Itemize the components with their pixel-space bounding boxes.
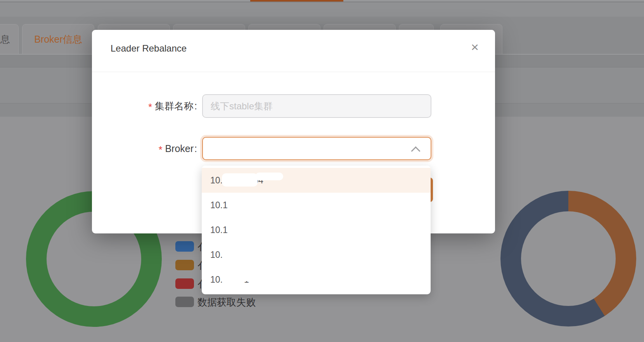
broker-dropdown: 10. .164 10.1 10.1 4 10. ) 10. 1 — [202, 166, 431, 294]
cluster-name-input[interactable] — [202, 94, 431, 118]
dropdown-option-2[interactable]: 10.1 — [202, 193, 431, 218]
legend-swatch-blue — [175, 241, 194, 252]
cluster-name-label: * 集群名称 : — [92, 94, 197, 118]
redaction-blob — [240, 198, 280, 211]
legend-label-fragment: 亻 — [197, 259, 202, 271]
label-colon: : — [194, 143, 197, 154]
legend-label-fragment: 亻 — [197, 241, 202, 252]
close-button[interactable]: × — [466, 38, 483, 55]
legend-swatch-grey — [175, 297, 194, 307]
legend-swatch-brown — [175, 260, 194, 270]
tab-label: 息 — [0, 33, 10, 46]
label-text: 集群名称 — [155, 100, 194, 112]
redaction-blob — [225, 272, 266, 281]
chevron-up-icon[interactable] — [411, 146, 420, 155]
legend-swatch-red — [175, 278, 194, 289]
page: 息 Broker信息 亻 亻 亻 数据获取失败 Leader Rebalance… — [0, 0, 644, 342]
option-text: 10. — [210, 275, 223, 285]
dropdown-option-3[interactable]: 10.1 4 — [202, 218, 431, 242]
broker-select[interactable] — [202, 137, 431, 160]
page-band — [0, 2, 644, 17]
label-text: Broker — [165, 143, 194, 154]
required-asterisk: * — [148, 99, 152, 113]
redaction-blob — [264, 273, 280, 280]
donut-hole — [521, 211, 616, 306]
label-colon: : — [194, 100, 197, 112]
redaction-blob — [278, 200, 286, 207]
tab-label: Broker信息 — [34, 33, 82, 46]
redaction-blob — [224, 248, 264, 260]
tab-partial-left[interactable]: 息 — [0, 24, 19, 54]
legend-label-fragment: 亻 — [197, 278, 202, 290]
option-text: 10. — [210, 250, 223, 260]
redaction-blob — [238, 223, 271, 235]
close-icon: × — [471, 40, 479, 55]
modal-header-divider — [92, 72, 495, 72]
redaction-blob — [268, 221, 285, 228]
tab-broker-info[interactable]: Broker信息 — [22, 24, 94, 54]
redaction-blob — [255, 173, 283, 180]
broker-label: * Broker : — [92, 137, 197, 160]
legend-label-data-fetch-failed: 数据获取失败 — [197, 296, 256, 308]
modal-title: Leader Rebalance — [111, 43, 187, 54]
right-donut-chart — [500, 191, 636, 326]
required-asterisk: * — [159, 142, 163, 155]
redaction-blob — [222, 173, 258, 187]
option-text: 10. — [210, 175, 223, 186]
option-text: 10.1 — [210, 225, 228, 235]
option-text: 10.1 — [210, 200, 228, 211]
